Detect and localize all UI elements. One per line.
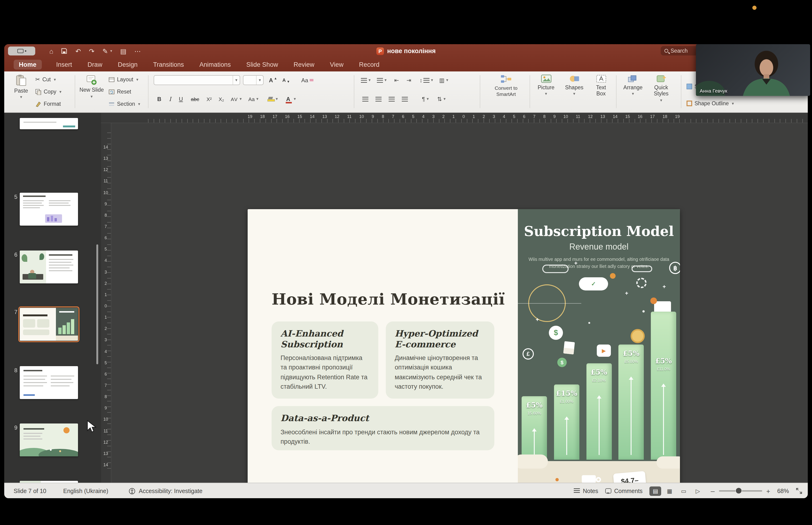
- draw-pen-icon[interactable]: ✎: [103, 47, 108, 55]
- slide-thumbnail-8[interactable]: [20, 366, 78, 399]
- notes-toggle[interactable]: Notes: [574, 487, 598, 494]
- save-icon[interactable]: [61, 48, 67, 54]
- slide-canvas[interactable]: Нові Моделі Монетизації AI-Enhanced Subs…: [248, 209, 680, 498]
- shape-outline-button[interactable]: Shape Outline▼: [687, 99, 735, 108]
- zoom-slider[interactable]: [719, 490, 762, 492]
- font-size-combobox[interactable]: ▼: [243, 75, 264, 85]
- underline-button[interactable]: U: [176, 94, 186, 104]
- ribbon-tab[interactable]: Insert: [55, 60, 73, 70]
- highlight-color-button[interactable]: ▼: [265, 94, 280, 104]
- ruler-number: 7: [392, 114, 394, 119]
- arrange-button[interactable]: Arrange▼: [621, 74, 645, 96]
- slide-number-indicator[interactable]: Slide 7 of 10: [14, 487, 46, 494]
- paste-button[interactable]: Paste▼: [10, 74, 32, 99]
- slide-thumbnail-7-selected[interactable]: [20, 308, 78, 341]
- numbering-button[interactable]: ▼: [376, 75, 388, 85]
- increase-indent-button[interactable]: ⇥: [404, 75, 414, 85]
- slide-thumbnail-partial[interactable]: [20, 118, 78, 129]
- ribbon-tab[interactable]: View: [329, 60, 344, 70]
- ruler-number: 3: [101, 338, 110, 342]
- slide-title[interactable]: Нові Моделі Монетизації: [272, 290, 505, 308]
- bullets-button[interactable]: ▼: [359, 75, 373, 85]
- accessibility-status[interactable]: Accessibility: Investigate: [139, 487, 202, 494]
- layout-button[interactable]: Layout▼: [109, 75, 139, 84]
- superscript-button[interactable]: X²: [203, 94, 215, 104]
- webcam-overlay[interactable]: Анна Гевчук: [696, 44, 810, 96]
- shapes-button[interactable]: Shapes▼: [563, 74, 586, 96]
- fit-to-window-icon[interactable]: [796, 488, 802, 494]
- more-commands-icon[interactable]: ⋯: [134, 47, 141, 55]
- zoom-out-button[interactable]: –: [711, 487, 715, 495]
- up-arrow-icon: [566, 417, 567, 455]
- slide-sorter-view-button[interactable]: ▦: [664, 486, 675, 496]
- convert-to-smartart-button[interactable]: Convert to SmartArt: [486, 74, 526, 97]
- card-title: Hyper-Optimized E-commerce: [395, 329, 486, 350]
- bitcoin-icon: ฿: [669, 262, 680, 274]
- ribbon-tab[interactable]: Slide Show: [245, 60, 279, 70]
- quick-styles-button[interactable]: Quick Styles▼: [649, 74, 673, 103]
- zoom-slider-knob[interactable]: [736, 488, 741, 494]
- shrink-font-button[interactable]: A▼: [280, 75, 292, 85]
- ribbon-tab[interactable]: Review: [292, 60, 315, 70]
- ribbon-tab[interactable]: Draw: [87, 60, 103, 70]
- reset-button[interactable]: Reset: [109, 87, 131, 96]
- font-color-button[interactable]: A▼: [284, 94, 298, 104]
- justify-button[interactable]: [399, 94, 410, 104]
- presenter-view-button[interactable]: [8, 46, 35, 56]
- align-center-button[interactable]: [373, 94, 384, 104]
- clear-formatting-button[interactable]: Aa: [300, 75, 315, 85]
- subscript-button[interactable]: X₂: [216, 94, 227, 104]
- card-ai-subscription[interactable]: AI-Enhanced Subscription Персоналізована…: [272, 321, 378, 399]
- cut-button[interactable]: ✂ Cut▼: [35, 75, 57, 84]
- new-slide-button[interactable]: New Slide▼: [79, 74, 104, 99]
- align-left-button[interactable]: [359, 94, 371, 104]
- font-name-combobox[interactable]: ▼: [154, 75, 240, 85]
- comments-toggle[interactable]: Comments: [605, 487, 643, 494]
- ribbon-tab[interactable]: Animations: [199, 60, 232, 70]
- ribbon-tab[interactable]: Design: [117, 60, 139, 70]
- strikethrough-button[interactable]: abc: [188, 94, 202, 104]
- reading-view-button[interactable]: ▭: [678, 486, 690, 496]
- line-spacing-button[interactable]: ↕▼: [419, 75, 434, 85]
- italic-button[interactable]: I: [166, 94, 174, 104]
- thumbnail-scrollbar[interactable]: [96, 244, 98, 364]
- redo-icon[interactable]: ↷: [89, 47, 94, 55]
- change-case-button[interactable]: Aa▼: [247, 94, 261, 104]
- document-icon[interactable]: ▤: [120, 47, 126, 55]
- zoom-in-button[interactable]: +: [766, 487, 770, 495]
- slide-thumbnail-9[interactable]: [20, 423, 78, 456]
- text-direction-button[interactable]: ¶▼: [419, 94, 432, 104]
- vertical-ruler: 141312111098765432101234567891011121314: [101, 123, 111, 483]
- slide-illustration-panel[interactable]: Subscription Model Revenue model Wiis mu…: [518, 209, 680, 498]
- ruler-number: 2: [482, 114, 485, 119]
- language-indicator[interactable]: English (Ukraine): [63, 487, 108, 494]
- zoom-percentage[interactable]: 68%: [777, 487, 789, 494]
- undo-icon[interactable]: ↶: [75, 47, 81, 55]
- layout-icon: [109, 77, 114, 82]
- grow-font-button[interactable]: A▲: [267, 75, 279, 85]
- slide-thumbnail-6[interactable]: [20, 251, 78, 283]
- slide-thumbnail-5[interactable]: [20, 193, 78, 226]
- home-icon[interactable]: ⌂: [49, 47, 53, 55]
- thumbnail-number: 9: [6, 424, 17, 431]
- columns-button[interactable]: ▥▼: [438, 75, 451, 85]
- ribbon-tab[interactable]: Record: [358, 60, 380, 70]
- character-spacing-button[interactable]: AV▼: [230, 94, 244, 104]
- format-painter-button[interactable]: Format: [35, 99, 61, 108]
- ruler-number: 0: [101, 304, 110, 308]
- align-text-vertical-button[interactable]: ⇅▼: [435, 94, 448, 104]
- card-ecommerce[interactable]: Hyper-Optimized E-commerce Динамічне цін…: [386, 321, 494, 399]
- ribbon-tab[interactable]: Transitions: [152, 60, 185, 70]
- picture-button[interactable]: Picture▼: [534, 74, 558, 96]
- section-button[interactable]: Section▼: [109, 99, 141, 108]
- text-box-button[interactable]: Text Box: [591, 74, 611, 97]
- align-right-button[interactable]: [386, 94, 397, 104]
- notes-icon: [574, 488, 580, 494]
- ribbon-tab[interactable]: Home: [14, 60, 42, 70]
- normal-view-button[interactable]: ▤: [650, 486, 661, 496]
- bold-button[interactable]: B: [155, 94, 164, 104]
- slideshow-button[interactable]: ▷: [692, 486, 704, 496]
- copy-button[interactable]: Copy▼: [35, 87, 62, 96]
- card-data-product[interactable]: Data-as-a-Product Знеособлені інсайти пр…: [272, 406, 494, 450]
- decrease-indent-button[interactable]: ⇤: [392, 75, 402, 85]
